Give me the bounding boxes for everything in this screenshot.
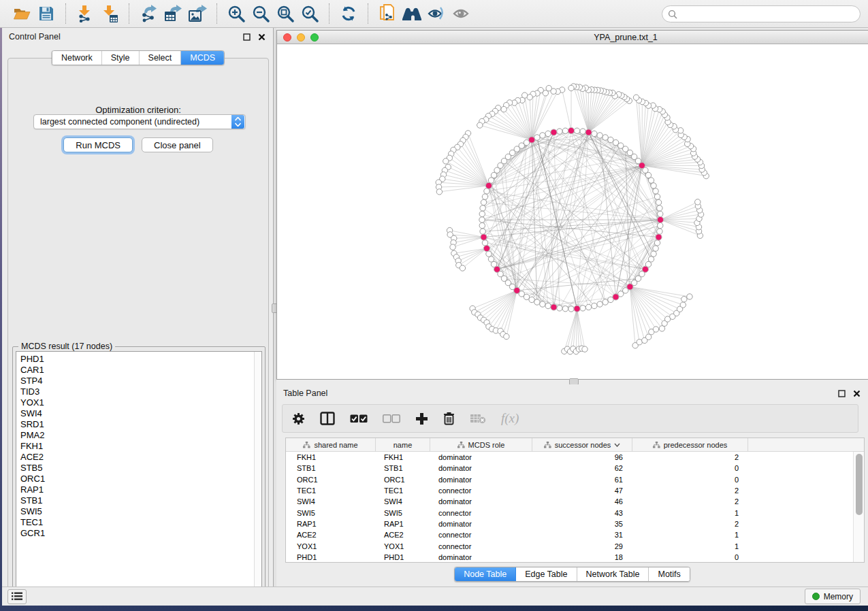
import-network-button[interactable] bbox=[73, 2, 97, 25]
graph-hub-node[interactable] bbox=[494, 266, 500, 272]
graph-satellite-node[interactable] bbox=[501, 106, 507, 112]
mcds-result-item[interactable]: ORC1 bbox=[20, 474, 254, 484]
graph-hub-node[interactable] bbox=[481, 234, 487, 240]
graph-node[interactable] bbox=[597, 301, 602, 307]
graph-node[interactable] bbox=[658, 211, 663, 216]
task-history-button[interactable] bbox=[7, 589, 27, 604]
table-cell[interactable]: dominator bbox=[430, 553, 532, 561]
mcds-result-item[interactable]: CAR1 bbox=[20, 365, 254, 376]
graph-hub-node[interactable] bbox=[656, 234, 662, 240]
criterion-dropdown[interactable]: largest connected component (undirected) bbox=[33, 114, 246, 129]
graph-node[interactable] bbox=[557, 129, 562, 134]
mcds-result-item[interactable]: SRD1 bbox=[20, 419, 254, 430]
table-cell[interactable]: 1 bbox=[632, 542, 748, 550]
graph-satellite-node[interactable] bbox=[460, 265, 465, 271]
graph-node[interactable] bbox=[580, 306, 585, 311]
graph-satellite-node[interactable] bbox=[504, 333, 509, 339]
graph-node[interactable] bbox=[482, 240, 487, 246]
open-file-button[interactable] bbox=[10, 2, 34, 25]
float-table-panel-button[interactable] bbox=[837, 389, 846, 398]
graph-hub-node[interactable] bbox=[585, 129, 592, 135]
column-header-MCDS-role[interactable]: MCDS role bbox=[430, 438, 532, 451]
table-cell[interactable]: 0 bbox=[632, 464, 748, 472]
graph-satellite-node[interactable] bbox=[633, 95, 639, 100]
table-cell[interactable]: RAP1 bbox=[376, 520, 430, 528]
table-cell[interactable]: 62 bbox=[532, 464, 632, 472]
table-cell[interactable]: 18 bbox=[532, 553, 632, 561]
graph-satellite-node[interactable] bbox=[450, 244, 455, 250]
table-cell[interactable]: STB1 bbox=[286, 464, 376, 472]
graph-node[interactable] bbox=[580, 129, 585, 134]
zoom-out-button[interactable] bbox=[248, 2, 273, 25]
graph-node[interactable] bbox=[480, 229, 485, 234]
table-row[interactable]: SWI4SWI4dominator462 bbox=[286, 496, 853, 507]
graph-node[interactable] bbox=[545, 131, 551, 136]
zoom-fit-button[interactable] bbox=[273, 2, 298, 25]
mcds-result-item[interactable]: TID3 bbox=[20, 386, 254, 397]
clone-network-button[interactable] bbox=[375, 2, 400, 25]
mcds-result-item[interactable]: STB1 bbox=[20, 495, 254, 506]
graph-node[interactable] bbox=[482, 194, 487, 199]
table-cell[interactable]: RAP1 bbox=[286, 520, 376, 528]
table-row[interactable]: SWI5SWI5connector431 bbox=[286, 507, 853, 518]
table-cell[interactable]: 43 bbox=[532, 509, 632, 517]
mcds-result-item[interactable]: SWI4 bbox=[20, 408, 254, 419]
save-session-button[interactable] bbox=[34, 2, 59, 25]
table-cell[interactable]: 29 bbox=[532, 542, 632, 550]
mcds-result-item[interactable]: SWI5 bbox=[20, 506, 254, 517]
minimize-window-button[interactable] bbox=[297, 33, 305, 42]
graph-node[interactable] bbox=[592, 303, 597, 308]
graph-node[interactable] bbox=[651, 251, 656, 257]
graph-node[interactable] bbox=[656, 199, 661, 205]
graph-node[interactable] bbox=[592, 131, 597, 136]
graph-hub-node[interactable] bbox=[551, 129, 557, 135]
graph-node[interactable] bbox=[540, 301, 545, 307]
graph-node[interactable] bbox=[654, 240, 660, 246]
graph-satellite-node[interactable] bbox=[653, 327, 658, 332]
memory-button[interactable]: Memory bbox=[805, 589, 861, 604]
table-row[interactable]: TEC1TEC1connector472 bbox=[286, 485, 853, 496]
graph-satellite-node[interactable] bbox=[443, 159, 449, 164]
graph-satellite-node[interactable] bbox=[681, 297, 687, 302]
graph-satellite-node[interactable] bbox=[695, 199, 701, 205]
table-cell[interactable]: connector bbox=[430, 531, 532, 539]
graph-node[interactable] bbox=[481, 199, 486, 205]
table-cell[interactable]: ORC1 bbox=[376, 476, 430, 484]
select-all-columns-button[interactable] bbox=[350, 408, 368, 429]
graph-node[interactable] bbox=[562, 128, 568, 133]
tab-network[interactable]: Network bbox=[52, 51, 102, 65]
graph-satellite-node[interactable] bbox=[477, 122, 483, 128]
table-cell[interactable]: 47 bbox=[532, 486, 632, 495]
close-panel-button-mcds[interactable]: Close panel bbox=[142, 137, 213, 152]
export-table-button[interactable] bbox=[161, 2, 185, 25]
run-mcds-button[interactable]: Run MCDS bbox=[63, 137, 133, 152]
table-row[interactable]: FKH1FKH1dominator962 bbox=[286, 452, 853, 463]
table-cell[interactable]: 1 bbox=[632, 531, 748, 539]
mcds-result-item[interactable]: STB5 bbox=[20, 463, 254, 474]
graph-node[interactable] bbox=[479, 211, 485, 216]
table-cell[interactable]: connector bbox=[430, 486, 532, 495]
table-cell[interactable]: 2 bbox=[632, 520, 748, 528]
graph-node[interactable] bbox=[653, 246, 658, 251]
tab-select[interactable]: Select bbox=[140, 51, 182, 65]
table-cell[interactable]: dominator bbox=[430, 453, 532, 461]
graph-satellite-node[interactable] bbox=[680, 302, 686, 308]
float-panel-button[interactable] bbox=[242, 33, 251, 42]
table-cell[interactable]: FKH1 bbox=[376, 453, 430, 461]
graph-hub-node[interactable] bbox=[483, 246, 489, 252]
graph-node[interactable] bbox=[562, 306, 568, 312]
graph-node[interactable] bbox=[568, 306, 574, 312]
column-header-name[interactable]: name bbox=[376, 438, 430, 451]
mcds-result-item[interactable]: GCR1 bbox=[20, 528, 254, 539]
graph-node[interactable] bbox=[585, 304, 591, 310]
table-scrollbar[interactable] bbox=[853, 452, 864, 562]
table-cell[interactable]: dominator bbox=[430, 464, 532, 472]
graph-hub-node[interactable] bbox=[568, 127, 574, 133]
close-panel-button[interactable] bbox=[257, 33, 266, 42]
show-columns-button[interactable] bbox=[320, 408, 335, 429]
search-network-button[interactable] bbox=[400, 2, 424, 25]
table-cell[interactable]: connector bbox=[430, 509, 532, 517]
import-table-button[interactable] bbox=[97, 2, 122, 25]
table-cell[interactable]: dominator bbox=[430, 497, 532, 506]
table-cell[interactable]: ACE2 bbox=[376, 531, 430, 539]
